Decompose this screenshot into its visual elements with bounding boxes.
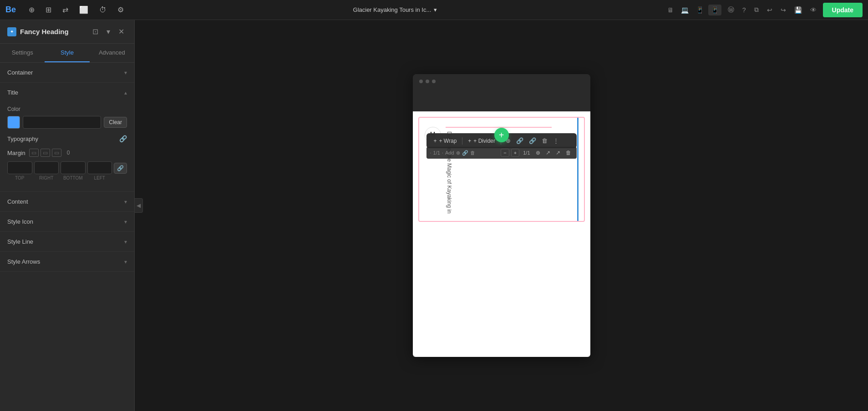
layout-icon[interactable]: ⬜ <box>77 4 90 16</box>
margin-left-input[interactable] <box>87 161 112 174</box>
typography-label: Typography <box>7 135 38 142</box>
margin-right-input[interactable] <box>34 161 59 174</box>
content-label: Content <box>7 198 28 205</box>
tab-advanced[interactable]: Advanced <box>90 44 134 62</box>
toolbar-wrap[interactable]: + + Wrap <box>431 136 460 145</box>
settings-icon[interactable]: ⚙ <box>116 4 126 16</box>
clear-button[interactable]: Clear <box>104 117 127 128</box>
toolbar-copy-link-icon[interactable]: 🔗 <box>527 136 538 145</box>
title-chevron: ▴ <box>124 90 127 96</box>
title-section-content: Color Clear Typography 🔗 Margin <box>0 102 134 191</box>
sidebar: ✦ Fancy Heading ⊡ ▾ ✕ Settings Style Adv… <box>0 20 135 411</box>
margin-top-label: TOP <box>15 175 24 180</box>
expand-button[interactable]: ⊡ <box>90 26 101 37</box>
undo-icon[interactable]: ↩ <box>764 5 775 15</box>
content-section[interactable]: Content ▾ <box>0 192 134 212</box>
style-icon-chevron: ▾ <box>124 219 127 225</box>
margin-size-lg[interactable]: ▭ <box>52 149 61 157</box>
style-icon-section[interactable]: Style Icon ▾ <box>0 212 134 232</box>
wp-icon[interactable]: Ⓦ <box>725 4 737 16</box>
toolbar-trash-icon[interactable]: 🗑 <box>540 136 549 145</box>
be-logo[interactable]: Be <box>5 5 16 15</box>
canvas-dot-2 <box>426 80 429 83</box>
tb2-placeholder-6: 🔗 <box>462 150 468 156</box>
tablet-icon[interactable]: 📱 <box>693 5 706 15</box>
sidebar-title: Fancy Heading <box>20 28 69 35</box>
tb2-placeholder-2: 1/1 <box>433 150 440 155</box>
top-bar-left: Be ⊕ ⊞ ⇄ ⬜ ⏱ ⚙ <box>5 4 126 16</box>
preview-icon[interactable]: 👁 <box>807 5 819 15</box>
tab-style[interactable]: Style <box>45 44 89 62</box>
canvas-right-border <box>577 118 579 221</box>
margin-link-button[interactable]: 🔗 <box>114 163 127 174</box>
style-line-section[interactable]: Style Line ▾ <box>0 232 134 252</box>
toolbar-more-icon[interactable]: ⋮ <box>551 136 561 145</box>
tb2-minus-btn[interactable]: − <box>501 149 509 157</box>
typography-link-icon[interactable]: 🔗 <box>119 135 127 142</box>
margin-size-sm[interactable]: ▭ <box>29 149 39 157</box>
style-icon-label: Style Icon <box>7 218 33 225</box>
tb2-expand-icon[interactable]: ⊕ <box>534 149 542 157</box>
color-hex-input[interactable] <box>23 116 101 129</box>
transfer-icon[interactable]: ⇄ <box>61 4 70 16</box>
tb2-plus-btn[interactable]: + <box>511 149 519 157</box>
toolbar-sep-1 <box>462 137 462 145</box>
margin-bottom-input[interactable] <box>61 161 86 174</box>
save-icon[interactable]: 💾 <box>792 5 805 15</box>
sidebar-header: ✦ Fancy Heading ⊡ ▾ ✕ <box>0 20 134 44</box>
sidebar-content: Container ▾ Title ▴ Color Clear <box>0 63 134 411</box>
site-name-chevron: ▾ <box>434 6 437 13</box>
tb2-placeholder-4: Add <box>445 150 454 155</box>
margin-inputs: TOP RIGHT BOTTOM LEFT <box>7 161 127 180</box>
device-icons: 🖥 💻 📱 📱 <box>665 5 721 15</box>
style-line-chevron: ▾ <box>124 239 127 245</box>
container-chevron: ▾ <box>124 70 127 76</box>
dropdown-button[interactable]: ▾ <box>104 26 113 37</box>
tab-settings[interactable]: Settings <box>0 44 45 62</box>
history-icon[interactable]: ⏱ <box>97 4 108 16</box>
margin-top-box: TOP <box>7 161 32 180</box>
toolbar-wrap-icon: + <box>434 138 437 144</box>
redo-icon[interactable]: ↪ <box>778 5 789 15</box>
color-swatch[interactable] <box>7 116 20 129</box>
grid-icon[interactable]: ⊞ <box>44 4 53 16</box>
margin-size-md[interactable]: ▭ <box>41 149 50 157</box>
sidebar-collapse-button[interactable]: ◀ <box>135 198 143 213</box>
toolbar-link-icon[interactable]: 🔗 <box>514 136 525 145</box>
update-button[interactable]: Update <box>823 3 863 17</box>
tb2-link1-icon[interactable]: ↗ <box>544 149 552 157</box>
style-line-label: Style Line <box>7 238 33 245</box>
container-section[interactable]: Container ▾ <box>0 63 134 83</box>
top-bar-center: Glacier Kayaking Tours in Ic... ▾ <box>353 6 437 13</box>
widget-icon: ✦ <box>7 27 16 36</box>
color-label: Color <box>7 106 127 112</box>
content-chevron: ▾ <box>124 199 127 205</box>
canvas-top-dots <box>413 74 590 89</box>
heading-pink-line <box>446 127 552 128</box>
margin-bottom-label: BOTTOM <box>63 175 83 180</box>
tb2-link2-icon[interactable]: ↗ <box>554 149 562 157</box>
close-button[interactable]: ✕ <box>116 26 127 37</box>
help-icon[interactable]: ? <box>740 5 749 15</box>
site-name-container[interactable]: Glacier Kayaking Tours in Ic... ▾ <box>353 6 437 13</box>
container-label: Container <box>7 69 33 76</box>
style-arrows-section[interactable]: Style Arrows ▾ <box>0 252 134 272</box>
layers-icon[interactable]: ⧉ <box>751 4 761 15</box>
top-bar-actions: Ⓦ ? ⧉ ↩ ↪ 💾 👁 <box>725 4 819 16</box>
canvas-toolbar2: · 1/1 · Add ⊕ 🔗 🗑 − + 1/1 ⊕ ↗ ↗ 🗑 <box>426 147 577 159</box>
tb2-placeholder-1: · <box>430 150 431 155</box>
desktop-icon[interactable]: 🖥 <box>665 5 676 15</box>
style-arrows-label: Style Arrows <box>7 258 40 265</box>
top-bar-right: 🖥 💻 📱 📱 Ⓦ ? ⧉ ↩ ↪ 💾 👁 Update <box>665 3 863 17</box>
title-section-header[interactable]: Title ▴ <box>0 83 134 102</box>
color-row: Color Clear <box>7 106 127 129</box>
toolbar-divider[interactable]: + + Divider <box>465 136 498 145</box>
margin-top-input[interactable] <box>7 161 32 174</box>
margin-bottom-box: BOTTOM <box>61 161 86 180</box>
mobile-icon[interactable]: 📱 <box>708 5 721 15</box>
sidebar-header-right: ⊡ ▾ ✕ <box>90 26 127 37</box>
add-icon[interactable]: ⊕ <box>27 4 36 16</box>
canvas-add-button[interactable]: + <box>494 128 509 142</box>
laptop-icon[interactable]: 💻 <box>678 5 691 15</box>
tb2-trash-icon[interactable]: 🗑 <box>564 149 573 157</box>
